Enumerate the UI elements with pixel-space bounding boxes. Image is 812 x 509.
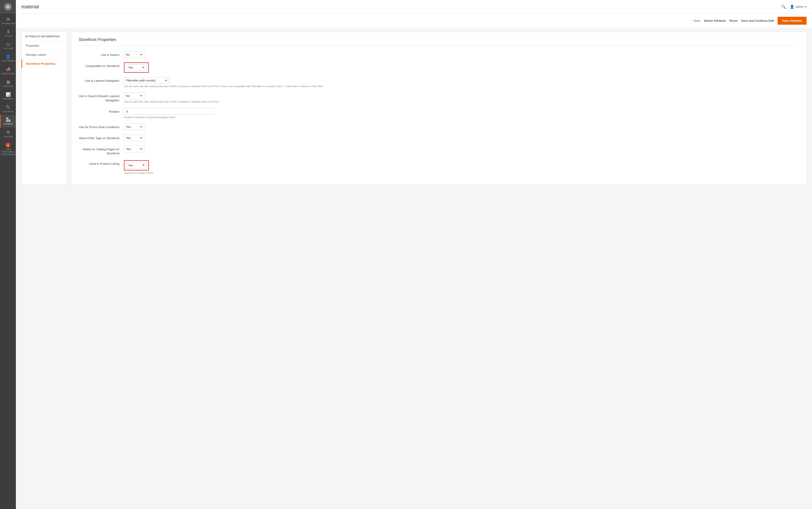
select-use_for_promo_rule[interactable]: YesNo [124,124,144,130]
user-chevron-icon: ▾ [805,5,807,8]
form-row-use_in_search_results_layered_navigation: Use in Search Results Layered Navigation… [79,93,799,103]
sidebar-item-stores[interactable]: 🏪 STORES [0,115,16,128]
delete-attribute-button[interactable]: Delete Attribute [704,19,726,23]
sidebar-item-content[interactable]: ▦ CONTENT [0,77,16,90]
sidebar-item-customers[interactable]: 👤 CUSTOMERS [0,52,16,65]
customers-icon: 👤 [6,54,11,59]
partners-icon: 🎁 [6,143,11,147]
control-wrap-allow_html_tags: YesNo [124,135,799,141]
content-icon: ▦ [6,79,10,84]
select-use_in_search[interactable]: YesNo [124,52,144,58]
control-wrap-use_in_search: YesNo [124,52,799,58]
topbar: material 🔍 👤 admin ▾ [16,0,812,13]
form-row-use_in_layered_navigation: Use in Layered NavigationFilterable (wit… [79,77,799,88]
sidebar-item-system[interactable]: ⚙ SYSTEM [0,128,16,140]
sidebar-label-stores: STORES [4,123,13,125]
label-use_in_search_results_layered_navigation: Use in Search Results Layered Navigation [79,93,124,102]
select-comparable_on_storefront[interactable]: YesNo [126,64,147,71]
user-avatar-icon: 👤 [790,4,794,9]
sidebar-item-magefan[interactable]: 🔌 MAGEFAN [0,103,16,115]
sidebar-label-reports: REPORTS [3,98,13,100]
control-wrap-comparable_on_storefront: YesNo [124,63,799,73]
sidebar-item-marketing[interactable]: 📣 MARKETING [0,65,16,77]
page-title: material [21,4,781,10]
control-wrap-visible_on_catalog: YesNo [124,146,799,152]
save-attribute-button[interactable]: Save Attribute [778,17,807,25]
form-row-comparable_on_storefront: Comparable on Storefront YesNo [79,63,799,73]
left-nav-properties[interactable]: Properties [22,41,66,50]
topbar-actions: 🔍 👤 admin ▾ [781,4,807,9]
label-use_in_search: Use in Search [79,52,124,57]
marketing-icon: 📣 [6,67,11,72]
label-visible_on_catalog: Visible on Catalog Pages on Storefront [79,146,124,156]
highlighted-control-used_in_product_listing: YesNo [124,160,149,170]
reset-button[interactable]: Reset [729,19,738,23]
form-panel: Storefront Properties Use in SearchYesNo… [71,32,807,185]
form-row-allow_html_tags: Allow HTML Tags on StorefrontYesNo [79,135,799,141]
sidebar-label-marketing: MARKETING [2,72,15,75]
sidebar-label-dashboard: DASHBOARD [1,23,15,25]
sidebar-label-sales: SALES [5,35,12,37]
label-position: Position [79,108,124,114]
sales-icon: $ [7,29,9,34]
sidebar-label-partners: FIND PARTNERS & EXTENSIONS [1,148,15,156]
action-bar: ← Back Delete Attribute Reset Save and C… [16,13,812,28]
sidebar-label-customers: CUSTOMERS [1,60,15,62]
sidebar-logo: M [0,0,16,13]
label-comparable_on_storefront: Comparable on Storefront [79,63,124,68]
save-continue-button[interactable]: Save and Continue Edit [741,19,774,23]
user-name: admin [796,5,804,8]
search-icon[interactable]: 🔍 [781,4,786,9]
user-menu[interactable]: 👤 admin ▾ [790,4,807,9]
control-wrap-use_in_search_results_layered_navigation: YesNoCan be used only with catalog input… [124,93,799,103]
attribute-information-panel: ATTRIBUTE INFORMATION PropertiesManage L… [21,32,67,185]
form-row-position: PositionPosition of attribute in layered… [79,108,799,119]
input-position[interactable] [124,108,215,115]
stores-icon: 🏪 [6,117,11,122]
left-nav-storefront_properties[interactable]: Storefront Properties [22,59,66,68]
sidebar-label-content: CONTENT [3,85,13,88]
form-row-use_in_search: Use in SearchYesNo [79,52,799,58]
control-wrap-use_in_layered_navigation: Filterable (with results)Filterable (no … [124,77,799,88]
select-use_in_search_results_layered_navigation[interactable]: YesNo [124,93,144,99]
control-wrap-used_in_product_listing: YesNo Depends on design theme. [124,160,799,175]
select-visible_on_catalog[interactable]: YesNo [124,146,144,152]
label-use_in_layered_navigation: Use in Layered Navigation [79,77,124,83]
select-used_in_product_listing[interactable]: YesNo [126,162,147,169]
form-row-use_for_promo_rule: Use for Promo Rule ConditionsYesNo [79,124,799,130]
highlighted-control-comparable_on_storefront: YesNo [124,63,149,73]
catalog-icon: 🗂 [6,42,10,46]
sidebar-item-partners[interactable]: 🎁 FIND PARTNERS & EXTENSIONS [0,140,16,158]
sidebar-label-system: SYSTEM [4,136,13,138]
sidebar: M ⊞ DASHBOARD $ SALES 🗂 CATALOG 👤 CUSTOM… [0,0,16,509]
hint-position: Position of attribute in layered navigat… [124,116,799,119]
label-allow_html_tags: Allow HTML Tags on Storefront [79,135,124,140]
magefan-icon: 🔌 [6,105,11,110]
system-icon: ⚙ [6,130,10,135]
left-nav-manage_labels[interactable]: Manage Labels [22,50,66,59]
logo-icon: M [4,3,11,10]
sidebar-item-sales[interactable]: $ SALES [0,27,16,40]
form-row-used_in_product_listing: Used in Product Listing YesNo Depends on… [79,160,799,175]
hint-used_in_product_listing: Depends on design theme. [124,171,799,175]
hint-use_in_search_results_layered_navigation: Can be used only with catalog input type… [124,100,799,103]
label-use_for_promo_rule: Use for Promo Rule Conditions [79,124,124,129]
form-row-visible_on_catalog: Visible on Catalog Pages on StorefrontYe… [79,146,799,156]
label-used_in_product_listing: Used in Product Listing [79,160,124,166]
select-use_in_layered_navigation[interactable]: Filterable (with results)Filterable (no … [124,77,169,84]
sidebar-item-dashboard[interactable]: ⊞ DASHBOARD [0,14,16,27]
reports-icon: 📊 [6,92,11,97]
sidebar-item-reports[interactable]: 📊 REPORTS [0,90,16,103]
page-content: ATTRIBUTE INFORMATION PropertiesManage L… [16,32,812,190]
control-wrap-use_for_promo_rule: YesNo [124,124,799,130]
control-wrap-position: Position of attribute in layered navigat… [124,108,799,119]
panel-title: ATTRIBUTE INFORMATION [22,32,66,41]
back-button[interactable]: ← Back [690,19,700,23]
sidebar-label-catalog: CATALOG [3,47,13,50]
main-area: material 🔍 👤 admin ▾ ← Back Delete Attri… [16,0,812,509]
select-allow_html_tags[interactable]: YesNo [124,135,144,141]
hint-use_in_layered_navigation: Can be used only with catalog input type… [124,84,799,88]
section-title: Storefront Properties [79,37,799,46]
sidebar-label-magefan: MAGEFAN [3,110,14,113]
sidebar-item-catalog[interactable]: 🗂 CATALOG [0,40,16,52]
